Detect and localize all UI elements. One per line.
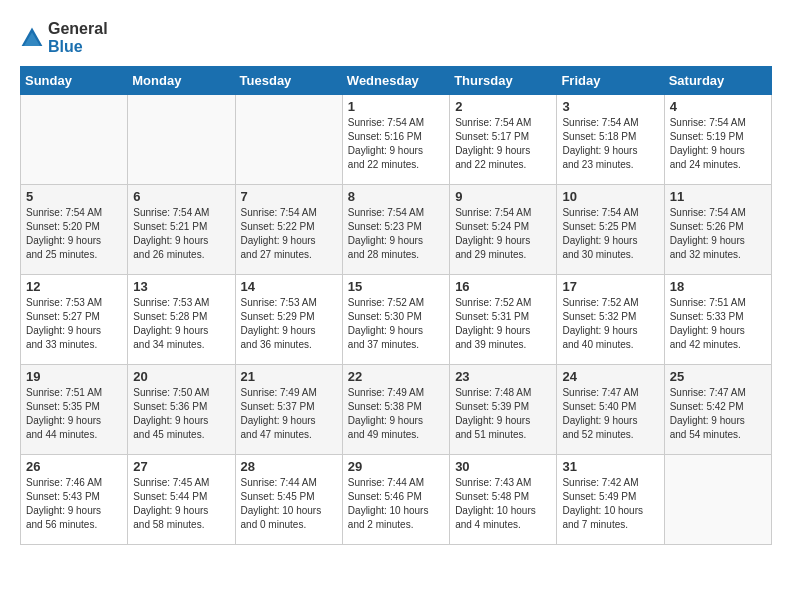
day-info: Sunrise: 7:54 AM Sunset: 5:25 PM Dayligh… bbox=[562, 206, 658, 262]
day-number: 28 bbox=[241, 459, 337, 474]
day-info: Sunrise: 7:54 AM Sunset: 5:23 PM Dayligh… bbox=[348, 206, 444, 262]
day-info: Sunrise: 7:52 AM Sunset: 5:31 PM Dayligh… bbox=[455, 296, 551, 352]
day-info: Sunrise: 7:44 AM Sunset: 5:45 PM Dayligh… bbox=[241, 476, 337, 532]
day-cell: 20Sunrise: 7:50 AM Sunset: 5:36 PM Dayli… bbox=[128, 365, 235, 455]
day-cell: 10Sunrise: 7:54 AM Sunset: 5:25 PM Dayli… bbox=[557, 185, 664, 275]
day-info: Sunrise: 7:45 AM Sunset: 5:44 PM Dayligh… bbox=[133, 476, 229, 532]
day-number: 26 bbox=[26, 459, 122, 474]
day-cell: 17Sunrise: 7:52 AM Sunset: 5:32 PM Dayli… bbox=[557, 275, 664, 365]
day-cell bbox=[235, 95, 342, 185]
week-row-2: 5Sunrise: 7:54 AM Sunset: 5:20 PM Daylig… bbox=[21, 185, 772, 275]
day-cell: 13Sunrise: 7:53 AM Sunset: 5:28 PM Dayli… bbox=[128, 275, 235, 365]
day-info: Sunrise: 7:54 AM Sunset: 5:17 PM Dayligh… bbox=[455, 116, 551, 172]
day-cell: 26Sunrise: 7:46 AM Sunset: 5:43 PM Dayli… bbox=[21, 455, 128, 545]
day-number: 16 bbox=[455, 279, 551, 294]
day-number: 14 bbox=[241, 279, 337, 294]
day-info: Sunrise: 7:53 AM Sunset: 5:29 PM Dayligh… bbox=[241, 296, 337, 352]
day-info: Sunrise: 7:49 AM Sunset: 5:38 PM Dayligh… bbox=[348, 386, 444, 442]
day-header-thursday: Thursday bbox=[450, 67, 557, 95]
day-cell: 14Sunrise: 7:53 AM Sunset: 5:29 PM Dayli… bbox=[235, 275, 342, 365]
day-cell: 8Sunrise: 7:54 AM Sunset: 5:23 PM Daylig… bbox=[342, 185, 449, 275]
day-info: Sunrise: 7:54 AM Sunset: 5:24 PM Dayligh… bbox=[455, 206, 551, 262]
day-number: 12 bbox=[26, 279, 122, 294]
day-info: Sunrise: 7:43 AM Sunset: 5:48 PM Dayligh… bbox=[455, 476, 551, 532]
day-number: 3 bbox=[562, 99, 658, 114]
day-cell: 11Sunrise: 7:54 AM Sunset: 5:26 PM Dayli… bbox=[664, 185, 771, 275]
week-row-5: 26Sunrise: 7:46 AM Sunset: 5:43 PM Dayli… bbox=[21, 455, 772, 545]
day-cell: 12Sunrise: 7:53 AM Sunset: 5:27 PM Dayli… bbox=[21, 275, 128, 365]
day-cell: 25Sunrise: 7:47 AM Sunset: 5:42 PM Dayli… bbox=[664, 365, 771, 455]
week-row-4: 19Sunrise: 7:51 AM Sunset: 5:35 PM Dayli… bbox=[21, 365, 772, 455]
day-number: 31 bbox=[562, 459, 658, 474]
day-cell: 29Sunrise: 7:44 AM Sunset: 5:46 PM Dayli… bbox=[342, 455, 449, 545]
day-number: 10 bbox=[562, 189, 658, 204]
day-number: 7 bbox=[241, 189, 337, 204]
day-number: 15 bbox=[348, 279, 444, 294]
day-cell: 19Sunrise: 7:51 AM Sunset: 5:35 PM Dayli… bbox=[21, 365, 128, 455]
day-info: Sunrise: 7:46 AM Sunset: 5:43 PM Dayligh… bbox=[26, 476, 122, 532]
day-header-friday: Friday bbox=[557, 67, 664, 95]
day-cell: 6Sunrise: 7:54 AM Sunset: 5:21 PM Daylig… bbox=[128, 185, 235, 275]
day-number: 6 bbox=[133, 189, 229, 204]
day-info: Sunrise: 7:54 AM Sunset: 5:26 PM Dayligh… bbox=[670, 206, 766, 262]
day-number: 19 bbox=[26, 369, 122, 384]
day-cell: 28Sunrise: 7:44 AM Sunset: 5:45 PM Dayli… bbox=[235, 455, 342, 545]
day-cell: 18Sunrise: 7:51 AM Sunset: 5:33 PM Dayli… bbox=[664, 275, 771, 365]
day-cell: 31Sunrise: 7:42 AM Sunset: 5:49 PM Dayli… bbox=[557, 455, 664, 545]
day-info: Sunrise: 7:52 AM Sunset: 5:30 PM Dayligh… bbox=[348, 296, 444, 352]
day-header-tuesday: Tuesday bbox=[235, 67, 342, 95]
day-cell: 16Sunrise: 7:52 AM Sunset: 5:31 PM Dayli… bbox=[450, 275, 557, 365]
day-cell: 2Sunrise: 7:54 AM Sunset: 5:17 PM Daylig… bbox=[450, 95, 557, 185]
day-number: 29 bbox=[348, 459, 444, 474]
day-info: Sunrise: 7:54 AM Sunset: 5:20 PM Dayligh… bbox=[26, 206, 122, 262]
day-number: 18 bbox=[670, 279, 766, 294]
day-cell: 7Sunrise: 7:54 AM Sunset: 5:22 PM Daylig… bbox=[235, 185, 342, 275]
day-cell: 24Sunrise: 7:47 AM Sunset: 5:40 PM Dayli… bbox=[557, 365, 664, 455]
day-info: Sunrise: 7:50 AM Sunset: 5:36 PM Dayligh… bbox=[133, 386, 229, 442]
day-header-sunday: Sunday bbox=[21, 67, 128, 95]
day-cell bbox=[664, 455, 771, 545]
day-cell: 27Sunrise: 7:45 AM Sunset: 5:44 PM Dayli… bbox=[128, 455, 235, 545]
day-number: 30 bbox=[455, 459, 551, 474]
day-cell: 23Sunrise: 7:48 AM Sunset: 5:39 PM Dayli… bbox=[450, 365, 557, 455]
day-info: Sunrise: 7:54 AM Sunset: 5:16 PM Dayligh… bbox=[348, 116, 444, 172]
day-info: Sunrise: 7:42 AM Sunset: 5:49 PM Dayligh… bbox=[562, 476, 658, 532]
day-number: 22 bbox=[348, 369, 444, 384]
day-info: Sunrise: 7:47 AM Sunset: 5:42 PM Dayligh… bbox=[670, 386, 766, 442]
day-number: 8 bbox=[348, 189, 444, 204]
day-info: Sunrise: 7:53 AM Sunset: 5:28 PM Dayligh… bbox=[133, 296, 229, 352]
logo: General Blue bbox=[20, 20, 108, 56]
day-cell: 15Sunrise: 7:52 AM Sunset: 5:30 PM Dayli… bbox=[342, 275, 449, 365]
day-number: 9 bbox=[455, 189, 551, 204]
day-cell: 9Sunrise: 7:54 AM Sunset: 5:24 PM Daylig… bbox=[450, 185, 557, 275]
day-header-saturday: Saturday bbox=[664, 67, 771, 95]
day-number: 24 bbox=[562, 369, 658, 384]
day-cell: 4Sunrise: 7:54 AM Sunset: 5:19 PM Daylig… bbox=[664, 95, 771, 185]
day-info: Sunrise: 7:54 AM Sunset: 5:19 PM Dayligh… bbox=[670, 116, 766, 172]
day-number: 21 bbox=[241, 369, 337, 384]
day-info: Sunrise: 7:51 AM Sunset: 5:33 PM Dayligh… bbox=[670, 296, 766, 352]
day-info: Sunrise: 7:52 AM Sunset: 5:32 PM Dayligh… bbox=[562, 296, 658, 352]
day-number: 27 bbox=[133, 459, 229, 474]
day-cell: 22Sunrise: 7:49 AM Sunset: 5:38 PM Dayli… bbox=[342, 365, 449, 455]
day-header-wednesday: Wednesday bbox=[342, 67, 449, 95]
day-number: 23 bbox=[455, 369, 551, 384]
day-number: 17 bbox=[562, 279, 658, 294]
day-number: 11 bbox=[670, 189, 766, 204]
logo-general: General bbox=[48, 20, 108, 38]
calendar-table: SundayMondayTuesdayWednesdayThursdayFrid… bbox=[20, 66, 772, 545]
day-number: 20 bbox=[133, 369, 229, 384]
day-number: 4 bbox=[670, 99, 766, 114]
day-cell bbox=[21, 95, 128, 185]
day-info: Sunrise: 7:51 AM Sunset: 5:35 PM Dayligh… bbox=[26, 386, 122, 442]
day-cell: 1Sunrise: 7:54 AM Sunset: 5:16 PM Daylig… bbox=[342, 95, 449, 185]
header-row: SundayMondayTuesdayWednesdayThursdayFrid… bbox=[21, 67, 772, 95]
day-cell: 30Sunrise: 7:43 AM Sunset: 5:48 PM Dayli… bbox=[450, 455, 557, 545]
day-number: 5 bbox=[26, 189, 122, 204]
day-cell: 3Sunrise: 7:54 AM Sunset: 5:18 PM Daylig… bbox=[557, 95, 664, 185]
day-number: 1 bbox=[348, 99, 444, 114]
day-info: Sunrise: 7:44 AM Sunset: 5:46 PM Dayligh… bbox=[348, 476, 444, 532]
day-info: Sunrise: 7:53 AM Sunset: 5:27 PM Dayligh… bbox=[26, 296, 122, 352]
day-info: Sunrise: 7:48 AM Sunset: 5:39 PM Dayligh… bbox=[455, 386, 551, 442]
logo-blue: Blue bbox=[48, 38, 108, 56]
